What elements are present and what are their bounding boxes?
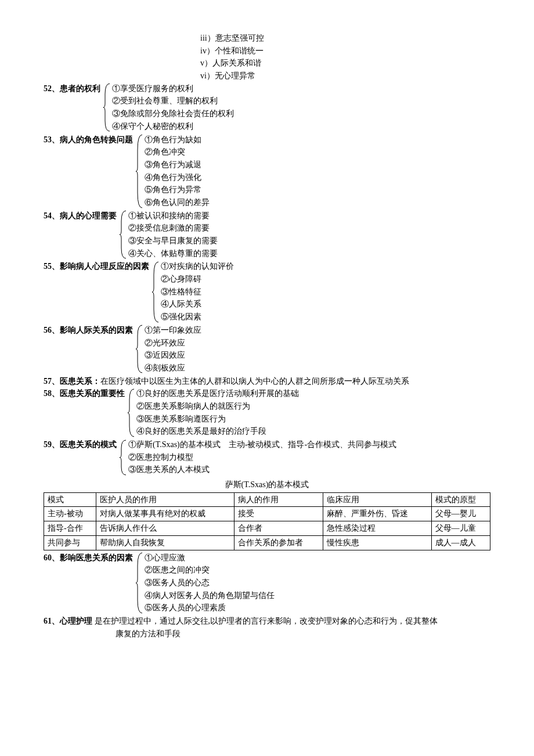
item-number: 55、: [44, 260, 60, 323]
item-number: 54、: [44, 210, 60, 260]
item-number: 59、: [44, 438, 60, 476]
item-61: 61、心理护理 是在护理过程中，通过人际交往,以护理者的言行来影响，改变护理对象…: [44, 615, 490, 640]
list-line: ④关心、体贴尊重的需要: [128, 247, 218, 260]
item-number: 52、: [44, 82, 60, 133]
list-line: ④保守个人秘密的权利: [112, 120, 234, 133]
definition-continuation: 康复的方法和手段: [44, 628, 490, 640]
list-line: ①良好的医患关系是医疗活动顺利开展的基础: [136, 387, 299, 400]
brace-icon: [127, 387, 135, 438]
list-line: ②接受信息刺激的需要: [128, 222, 218, 235]
table-row: 模式 医护人员的作用 病人的作用 临床应用 模式的原型: [44, 492, 490, 507]
pre-line: vi）无心理异常: [200, 70, 490, 82]
brace-icon: [151, 260, 160, 323]
pre-line: v）人际关系和谐: [200, 57, 490, 70]
pre-line: iv）个性和谐统一: [200, 45, 490, 57]
list-line: ①角色行为缺如: [145, 134, 210, 146]
table-cell: 合作关系的参加者: [234, 535, 323, 550]
item-53: 53、 病人的角色转换问题 ①角色行为缺如 ②角色冲突 ③角色行为减退 ④角色行…: [44, 134, 490, 209]
list-line: ②角色冲突: [145, 146, 210, 159]
list-line: ③医务人员的心态: [145, 577, 275, 589]
table-cell: 医护人员的作用: [96, 492, 234, 507]
list-line: ⑤角色行为异常: [145, 183, 210, 196]
definition-text: 在医疗领域中以医生为主体的人群和以病人为中心的人群之间所形成一种人际互动关系: [100, 377, 409, 386]
table-cell: 父母—婴儿: [431, 507, 490, 521]
list-line: ⑤强化因素: [161, 311, 234, 323]
list-line: ①被认识和接纳的需要: [128, 210, 218, 222]
item-60: 60、 影响医患关系的因素 ①心理应激 ②医患之间的冲突 ③医务人员的心态 ④病…: [44, 552, 490, 614]
item-title: 心理护理: [60, 617, 92, 625]
list-line: ①第一印象效应: [145, 324, 201, 337]
list-line: ②光环效应: [145, 337, 201, 350]
list-line: ⑤医务人员的心理素质: [145, 602, 275, 614]
item-57: 57、医患关系：在医疗领域中以医生为主体的人群和以病人为中心的人群之间所形成一种…: [44, 375, 490, 388]
table-cell: 成人—成人: [431, 535, 490, 550]
item-title: 医患关系：: [60, 377, 100, 386]
item-54: 54、 病人的心理需要 ①被认识和接纳的需要 ②接受信息刺激的需要 ③安全与早日…: [44, 210, 490, 260]
brace-icon: [135, 134, 143, 209]
list-line: ④病人对医务人员的角色期望与信任: [145, 589, 275, 602]
pre-line: iii）意志坚强可控: [200, 32, 490, 45]
table-cell: 帮助病人自我恢复: [96, 535, 234, 550]
table-cell: 对病人做某事具有绝对的权威: [96, 507, 234, 521]
item-58: 58、 医患关系的重要性 ①良好的医患关系是医疗活动顺利开展的基础 ②医患关系影…: [44, 387, 490, 438]
item-title: 医患关系的重要性: [60, 387, 125, 438]
item-number: 58、: [44, 387, 60, 438]
brace-icon: [119, 210, 127, 260]
table-cell: 模式: [44, 492, 96, 507]
table-cell: 合作者: [234, 521, 323, 536]
item-55: 55、 影响病人心理反应的因素 ①对疾病的认知评价 ②心身障碍 ③性格特征 ④人…: [44, 260, 490, 323]
table-cell: 急性感染过程: [323, 521, 431, 536]
list-line: ②医患之间的冲突: [145, 564, 275, 577]
list-line: ③医患关系影响遵医行为: [136, 413, 299, 426]
table-row: 共同参与 帮助病人自我恢复 合作关系的参加者 慢性疾患 成人—成人: [44, 535, 490, 550]
brace-icon: [103, 82, 111, 133]
item-number: 60、: [44, 552, 60, 614]
item-59: 59、 医患关系的模式 ①萨斯(T.Sxas)的基本模式 主动-被动模式、指导-…: [44, 438, 490, 476]
modes-table: 模式 医护人员的作用 病人的作用 临床应用 模式的原型 主动-被动 对病人做某事…: [44, 492, 490, 550]
item-title: 病人的角色转换问题: [60, 134, 133, 209]
table-cell: 临床应用: [323, 492, 431, 507]
list-line: ③角色行为减退: [145, 159, 210, 171]
table-cell: 病人的作用: [234, 492, 323, 507]
list-line: ①萨斯(T.Sxas)的基本模式 主动-被动模式、指导-合作模式、共同参与模式: [128, 438, 396, 451]
table-row: 指导-合作 告诉病人作什么 合作者 急性感染过程 父母—儿童: [44, 521, 490, 536]
item-title: 影响医患关系的因素: [60, 552, 133, 614]
table-cell: 慢性疾患: [323, 535, 431, 550]
list-line: ②医患控制力模型: [128, 451, 396, 464]
table-row: 主动-被动 对病人做某事具有绝对的权威 接受 麻醉、严重外伤、昏迷 父母—婴儿: [44, 507, 490, 521]
list-line: ④角色行为强化: [145, 171, 210, 184]
list-line: ③近因效应: [145, 349, 201, 362]
item-title: 影响病人心理反应的因素: [60, 260, 149, 323]
table-cell: 主动-被动: [44, 507, 96, 521]
table-cell: 麻醉、严重外伤、昏迷: [323, 507, 431, 521]
list-line: ②医患关系影响病人的就医行为: [136, 400, 299, 413]
list-line: ⑥角色认同的差异: [145, 196, 210, 209]
definition-text: 是在护理过程中，通过人际交往,以护理者的言行来影响，改变护理对象的心态和行为，促…: [92, 617, 438, 625]
list-line: ②受到社会尊重、理解的权利: [112, 95, 234, 107]
table-cell: 指导-合作: [44, 521, 96, 536]
table-cell: 共同参与: [44, 535, 96, 550]
table-cell: 接受: [234, 507, 323, 521]
list-line: ③医患关系的人本模式: [128, 463, 396, 476]
item-title: 影响人际关系的因素: [60, 324, 133, 375]
item-title: 医患关系的模式: [60, 438, 117, 476]
list-line: ③性格特征: [161, 286, 234, 298]
item-title: 病人的心理需要: [60, 210, 117, 260]
item-number: 61、: [44, 617, 60, 625]
list-line: ①心理应激: [145, 552, 275, 564]
item-56: 56、 影响人际关系的因素 ①第一印象效应 ②光环效应 ③近因效应 ④刻板效应: [44, 324, 490, 375]
list-line: ③安全与早日康复的需要: [128, 235, 218, 247]
list-line: ①享受医疗服务的权利: [112, 82, 234, 95]
item-number: 57、: [44, 377, 60, 386]
continuation-lines: iii）意志坚强可控 iv）个性和谐统一 v）人际关系和谐 vi）无心理异常: [44, 32, 490, 82]
table-cell: 模式的原型: [431, 492, 490, 507]
item-number: 53、: [44, 134, 60, 209]
item-number: 56、: [44, 324, 60, 375]
table-cell: 父母—儿童: [431, 521, 490, 536]
item-title: 患者的权利: [60, 82, 100, 133]
list-line: ④人际关系: [161, 298, 234, 311]
table-title: 萨斯(T.Sxas)的基本模式: [44, 478, 490, 491]
list-line: ③免除或部分免除社会责任的权利: [112, 107, 234, 120]
brace-icon: [119, 438, 127, 476]
list-line: ②心身障碍: [161, 273, 234, 286]
